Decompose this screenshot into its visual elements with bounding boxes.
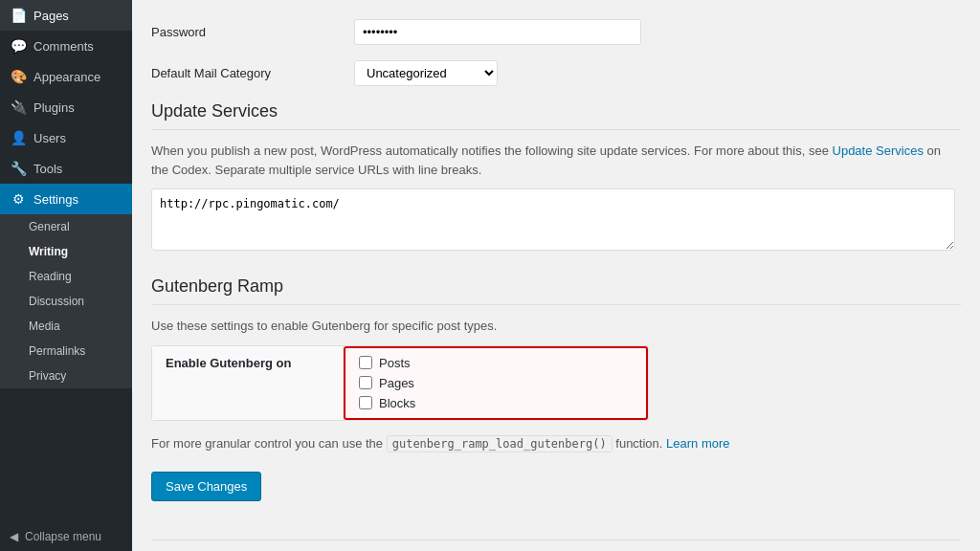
granular-note: For more granular control you can use th… bbox=[151, 434, 961, 453]
tools-icon: 🔧 bbox=[10, 161, 27, 176]
submenu-media[interactable]: Media bbox=[0, 314, 132, 339]
footer-bar: Thank you for creating with WordPress. V… bbox=[151, 540, 961, 551]
update-services-title: Update Services bbox=[151, 101, 961, 130]
gutenberg-ramp-section: Gutenberg Ramp Use these settings to ena… bbox=[151, 276, 961, 452]
update-services-link[interactable]: Update Services bbox=[833, 143, 924, 158]
password-label: Password bbox=[151, 25, 343, 39]
sidebar-item-users[interactable]: 👤 Users bbox=[0, 122, 132, 153]
pages-icon: 📄 bbox=[10, 8, 27, 23]
sidebar: 📄 Pages 💬 Comments 🎨 Appearance 🔌 Plugin… bbox=[0, 0, 132, 551]
mail-category-label: Default Mail Category bbox=[151, 66, 343, 80]
sidebar-item-comments[interactable]: 💬 Comments bbox=[0, 31, 132, 61]
submenu-permalinks[interactable]: Permalinks bbox=[0, 339, 132, 364]
granular-code: gutenberg_ramp_load_gutenberg() bbox=[387, 435, 612, 452]
update-services-desc: When you publish a new post, WordPress a… bbox=[151, 142, 961, 179]
gutenberg-pages-option[interactable]: Pages bbox=[359, 376, 633, 390]
update-services-textarea[interactable]: http://rpc.pingomatic.com/ bbox=[151, 188, 955, 251]
appearance-icon: 🎨 bbox=[10, 69, 27, 84]
gutenberg-ramp-title: Gutenberg Ramp bbox=[151, 276, 961, 305]
users-icon: 👤 bbox=[10, 130, 27, 145]
comments-icon: 💬 bbox=[10, 38, 27, 54]
sidebar-item-settings[interactable]: ⚙ Settings bbox=[0, 184, 132, 214]
settings-icon: ⚙ bbox=[10, 191, 27, 207]
sidebar-item-appearance[interactable]: 🎨 Appearance bbox=[0, 61, 132, 92]
mail-category-row: Default Mail Category Uncategorized bbox=[151, 60, 961, 86]
submenu-reading[interactable]: Reading bbox=[0, 264, 132, 289]
learn-more-link[interactable]: Learn more bbox=[666, 436, 729, 451]
gutenberg-options-cell: Posts Pages Blocks bbox=[344, 346, 648, 420]
gutenberg-ramp-desc: Use these settings to enable Gutenberg f… bbox=[151, 317, 961, 336]
password-row: Password bbox=[151, 19, 961, 45]
plugins-icon: 🔌 bbox=[10, 99, 27, 115]
sidebar-item-pages[interactable]: 📄 Pages bbox=[0, 0, 132, 31]
gutenberg-posts-checkbox[interactable] bbox=[359, 356, 372, 369]
gutenberg-posts-option[interactable]: Posts bbox=[359, 356, 633, 370]
submenu-discussion[interactable]: Discussion bbox=[0, 289, 132, 314]
save-changes-button[interactable]: Save Changes bbox=[151, 472, 261, 501]
password-input[interactable] bbox=[354, 19, 641, 45]
settings-submenu: General Writing Reading Discussion Media… bbox=[0, 214, 132, 388]
collapse-menu[interactable]: ◀ Collapse menu bbox=[0, 522, 132, 551]
main-content: Password Default Mail Category Uncategor… bbox=[132, 0, 980, 551]
gutenberg-pages-checkbox[interactable] bbox=[359, 376, 372, 389]
submenu-general[interactable]: General bbox=[0, 214, 132, 239]
submenu-privacy[interactable]: Privacy bbox=[0, 364, 132, 388]
gutenberg-blocks-checkbox[interactable] bbox=[359, 396, 372, 409]
gutenberg-enable-table: Enable Gutenberg on Posts Pages Block bbox=[151, 345, 649, 421]
update-services-section: Update Services When you publish a new p… bbox=[151, 101, 961, 273]
gutenberg-enable-row: Enable Gutenberg on Posts Pages Block bbox=[152, 346, 648, 420]
gutenberg-blocks-option[interactable]: Blocks bbox=[359, 396, 633, 410]
gutenberg-enable-label: Enable Gutenberg on bbox=[152, 346, 344, 420]
sidebar-item-plugins[interactable]: 🔌 Plugins bbox=[0, 92, 132, 122]
sidebar-item-tools[interactable]: 🔧 Tools bbox=[0, 153, 132, 184]
mail-category-select[interactable]: Uncategorized bbox=[354, 60, 498, 86]
submenu-writing[interactable]: Writing bbox=[0, 239, 132, 264]
collapse-icon: ◀ bbox=[10, 530, 18, 543]
